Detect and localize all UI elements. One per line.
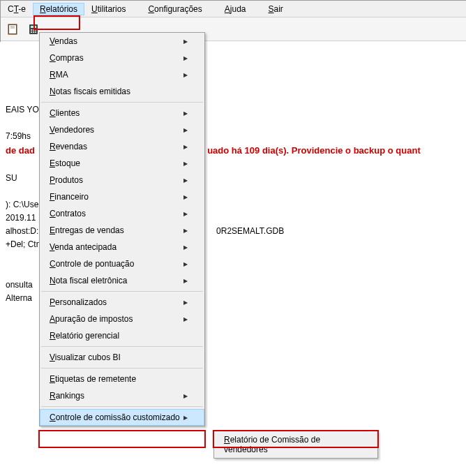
menu-item-personalizados[interactable]: Personalizados▶ bbox=[40, 294, 204, 311]
menu-item-label: Financeiro bbox=[50, 192, 89, 202]
menu-item-rankings[interactable]: Rankings▶ bbox=[40, 387, 204, 404]
menu-item-label: Rankings bbox=[50, 391, 84, 401]
menu-item-label: Estoque bbox=[50, 158, 80, 168]
menu-item-label: Relatório gerencial bbox=[50, 331, 119, 341]
relatorios-dropdown: Vendas▶Compras▶RMA▶Notas fiscais emitida… bbox=[39, 32, 205, 426]
menu-sair[interactable]: Sair bbox=[262, 3, 290, 15]
menu-item-label: Personalizados bbox=[50, 297, 107, 307]
submenu-arrow-icon: ▶ bbox=[183, 127, 188, 133]
menu-item-vendedores[interactable]: Vendedores▶ bbox=[40, 121, 204, 138]
menu-item-contratos[interactable]: Contratos▶ bbox=[40, 205, 204, 222]
menu-item-vendas[interactable]: Vendas▶ bbox=[40, 33, 204, 50]
menu-item-compras[interactable]: Compras▶ bbox=[40, 50, 204, 66]
menu-item-label: Compras bbox=[50, 53, 84, 63]
menu-item-relatorio-gerencial[interactable]: Relatório gerencial bbox=[40, 327, 204, 344]
menu-item-label: Contratos bbox=[50, 209, 86, 218]
submenu-relatorio-comissao-vendedores[interactable]: Relatório de Comissão de vendedores bbox=[214, 431, 377, 458]
submenu-arrow-icon: ▶ bbox=[183, 299, 188, 306]
menu-item-label: Revendas bbox=[50, 142, 87, 151]
submenu-arrow-icon: ▶ bbox=[183, 393, 188, 399]
menu-item-label: Clientes bbox=[50, 108, 80, 118]
submenu-arrow-icon: ▶ bbox=[183, 316, 188, 322]
menu-separator bbox=[41, 406, 203, 407]
menu-item-label: Nota fiscal eletrônica bbox=[50, 276, 127, 285]
menu-item-produtos[interactable]: Produtos▶ bbox=[40, 172, 204, 188]
menu-ajuda[interactable]: Ajuda bbox=[218, 3, 253, 15]
submenu-arrow-icon: ▶ bbox=[183, 177, 188, 184]
menubar: CT-e Relatórios Utilitarios Configuraçõe… bbox=[1, 1, 466, 17]
menu-item-label: Produtos bbox=[50, 175, 83, 185]
menu-item-label: Visualizar cubos BI bbox=[50, 352, 121, 362]
menu-item-apuracao-de-impostos[interactable]: Apuração de impostos▶ bbox=[40, 311, 204, 327]
menu-item-etiquetas-de-remetente[interactable]: Etiquetas de remetente bbox=[40, 371, 204, 387]
menu-item-rma[interactable]: RMA▶ bbox=[40, 66, 204, 83]
comissao-submenu: Relatório de Comissão de vendedores bbox=[213, 431, 378, 459]
menu-item-nota-fiscal-eletronica[interactable]: Nota fiscal eletrônica▶ bbox=[40, 272, 204, 289]
menu-item-label: Entregas de vendas bbox=[50, 225, 124, 235]
menu-item-label: Controle de comissão customizado bbox=[50, 412, 180, 422]
submenu-arrow-icon: ▶ bbox=[183, 38, 188, 45]
menu-cte[interactable]: CT-e bbox=[1, 3, 33, 15]
menu-item-label: Vendas bbox=[50, 36, 77, 46]
submenu-arrow-icon: ▶ bbox=[183, 211, 188, 217]
toolbar-book-icon[interactable] bbox=[3, 20, 22, 38]
menu-item-financeiro[interactable]: Financeiro▶ bbox=[40, 188, 204, 205]
menu-separator bbox=[41, 368, 203, 369]
submenu-arrow-icon: ▶ bbox=[183, 144, 188, 150]
svg-rect-8 bbox=[35, 29, 36, 31]
submenu-arrow-icon: ▶ bbox=[183, 161, 188, 167]
menu-item-controle-de-pontuacao[interactable]: Controle de pontuação▶ bbox=[40, 255, 204, 272]
menu-item-label: Apuração de impostos bbox=[50, 314, 133, 324]
svg-rect-5 bbox=[31, 26, 36, 28]
svg-rect-11 bbox=[35, 31, 36, 33]
menu-item-controle-de-comissao-customizado[interactable]: Controle de comissão customizado▶ bbox=[40, 409, 204, 426]
svg-rect-9 bbox=[31, 31, 32, 33]
menu-item-notas-fiscais-emitidas[interactable]: Notas fiscais emitidas bbox=[40, 83, 204, 100]
svg-rect-7 bbox=[33, 29, 34, 31]
menu-item-label: RMA bbox=[50, 70, 68, 80]
menu-item-clientes[interactable]: Clientes▶ bbox=[40, 105, 204, 121]
svg-rect-6 bbox=[31, 29, 32, 31]
menu-item-venda-antecipada[interactable]: Venda antecipada▶ bbox=[40, 239, 204, 255]
svg-rect-10 bbox=[33, 31, 34, 33]
submenu-arrow-icon: ▶ bbox=[183, 244, 188, 251]
menu-item-visualizar-cubos-bi[interactable]: Visualizar cubos BI bbox=[40, 349, 204, 366]
menu-item-revendas[interactable]: Revendas▶ bbox=[40, 138, 204, 155]
submenu-arrow-icon: ▶ bbox=[183, 55, 188, 61]
menu-relatorios[interactable]: Relatórios bbox=[33, 3, 84, 15]
menu-separator bbox=[41, 346, 203, 347]
menu-configuracoes[interactable]: Configurações bbox=[141, 3, 209, 15]
menu-item-label: Etiquetas de remetente bbox=[50, 374, 136, 384]
menu-utilitarios[interactable]: Utilitarios bbox=[84, 3, 133, 15]
menu-item-label: Venda antecipada bbox=[50, 242, 116, 252]
submenu-arrow-icon: ▶ bbox=[183, 261, 188, 267]
menu-separator bbox=[41, 291, 203, 292]
menu-item-entregas-de-vendas[interactable]: Entregas de vendas▶ bbox=[40, 222, 204, 239]
submenu-arrow-icon: ▶ bbox=[183, 194, 188, 200]
submenu-arrow-icon: ▶ bbox=[183, 72, 188, 78]
menu-item-estoque[interactable]: Estoque▶ bbox=[40, 155, 204, 172]
menu-separator bbox=[41, 102, 203, 103]
submenu-arrow-icon: ▶ bbox=[183, 415, 188, 421]
menu-item-label: Controle de pontuação bbox=[50, 259, 134, 269]
menu-item-label: Notas fiscais emitidas bbox=[50, 87, 130, 96]
menu-item-label: Vendedores bbox=[50, 125, 94, 135]
submenu-arrow-icon: ▶ bbox=[183, 228, 188, 234]
submenu-arrow-icon: ▶ bbox=[183, 110, 188, 117]
submenu-arrow-icon: ▶ bbox=[183, 278, 188, 284]
